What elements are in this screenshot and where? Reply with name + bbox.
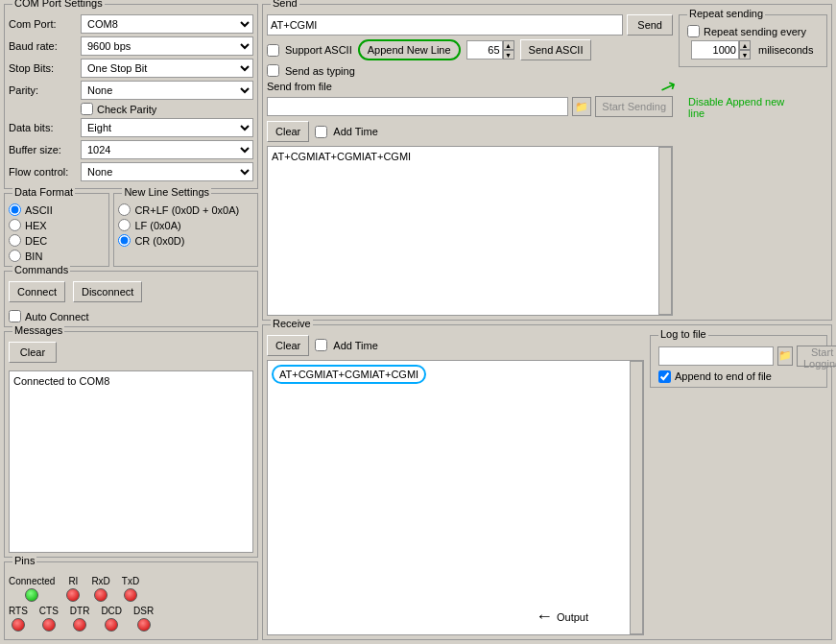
new-line-settings-group: New Line Settings CR+LF (0x0D + 0x0A) LF… bbox=[113, 193, 258, 267]
send-as-typing-checkbox[interactable] bbox=[267, 64, 279, 77]
send-button[interactable]: Send bbox=[627, 14, 673, 36]
send-add-time-label: Add Time bbox=[333, 126, 377, 137]
cr-radio[interactable] bbox=[118, 234, 131, 247]
com-port-label: Com Port: bbox=[9, 18, 81, 30]
check-parity-checkbox[interactable] bbox=[81, 103, 93, 115]
send-file-browse-icon[interactable]: 📁 bbox=[572, 97, 591, 116]
disconnect-button[interactable]: Disconnect bbox=[73, 281, 142, 302]
data-bits-select[interactable]: Eight bbox=[81, 118, 253, 137]
pin-cts-led bbox=[42, 618, 56, 632]
support-ascii-label: Support ASCII bbox=[285, 44, 352, 56]
log-file-input[interactable] bbox=[658, 346, 774, 366]
buffer-size-label: Buffer size: bbox=[9, 144, 81, 155]
pin-dtr-led bbox=[73, 618, 86, 632]
lf-radio[interactable] bbox=[118, 219, 131, 231]
buffer-size-select[interactable]: 1024 bbox=[81, 140, 253, 159]
send-from-file-label: Send from file bbox=[267, 81, 332, 92]
append-to-end-checkbox[interactable] bbox=[658, 370, 671, 383]
disable-annotation-container: Disable Append new line ↙ bbox=[688, 96, 784, 119]
append-to-end-label: Append to end of file bbox=[675, 370, 772, 382]
send-text-area-wrap: AT+CGMIAT+CGMIAT+CGMI bbox=[267, 146, 673, 316]
auto-connect-checkbox[interactable] bbox=[9, 310, 21, 322]
pin-cts-label: CTS bbox=[39, 606, 59, 616]
ascii-radio[interactable] bbox=[9, 203, 21, 216]
repeat-interval-up[interactable]: ▲ bbox=[739, 40, 751, 50]
log-file-browse-icon[interactable]: 📁 bbox=[777, 346, 793, 366]
pins-group: Pins Connected RI RxD bbox=[4, 561, 258, 640]
output-annotation: ← Output bbox=[536, 607, 588, 627]
start-sending-button[interactable]: Start Sending bbox=[595, 96, 673, 117]
repeat-interval-down[interactable]: ▼ bbox=[739, 50, 751, 60]
bin-label: BIN bbox=[25, 250, 42, 262]
pin-connected-led bbox=[25, 588, 38, 602]
auto-connect-label: Auto Connect bbox=[25, 311, 89, 322]
disable-annotation-text: Disable Append new line bbox=[688, 96, 784, 119]
commands-group: Commands Connect Disconnect Auto Connect bbox=[4, 271, 258, 327]
receive-area-wrap: AT+CGMIAT+CGMIAT+CGMI bbox=[267, 360, 644, 636]
receive-scrollbar[interactable] bbox=[630, 361, 643, 635]
append-value-down[interactable]: ▼ bbox=[503, 50, 514, 60]
pin-dsr: DSR bbox=[133, 606, 154, 632]
send-as-typing-label: Send as typing bbox=[285, 65, 355, 77]
pin-txd: TxD bbox=[122, 576, 139, 602]
dec-label: DEC bbox=[25, 235, 47, 247]
send-group: Send Send Support ASCII Append New Line bbox=[262, 4, 832, 321]
pin-ri-led bbox=[66, 588, 80, 602]
receive-text-area: AT+CGMIAT+CGMIAT+CGMI bbox=[268, 361, 630, 635]
pin-dcd-led bbox=[105, 618, 118, 632]
pin-rxd: RxD bbox=[91, 576, 109, 602]
stop-bits-select[interactable]: One Stop Bit bbox=[81, 59, 253, 78]
crlf-radio[interactable] bbox=[118, 203, 131, 216]
repeat-sending-title: Repeat sending bbox=[687, 8, 765, 19]
send-clear-button[interactable]: Clear bbox=[267, 121, 309, 142]
send-file-path-input[interactable] bbox=[267, 97, 568, 116]
dec-radio[interactable] bbox=[9, 234, 21, 247]
log-to-file-container: Log to file 📁 Start Logging Append to en… bbox=[650, 335, 827, 636]
parity-label: Parity: bbox=[9, 84, 81, 96]
receive-add-time-checkbox[interactable] bbox=[315, 339, 327, 351]
repeat-sending-label: Repeat sending every bbox=[704, 26, 806, 37]
start-logging-button[interactable]: Start Logging bbox=[797, 346, 836, 367]
pin-rxd-label: RxD bbox=[91, 576, 109, 586]
send-title: Send bbox=[271, 0, 299, 9]
com-port-select[interactable]: COM8 bbox=[81, 14, 253, 34]
connect-button[interactable]: Connect bbox=[9, 281, 65, 302]
append-value-up[interactable]: ▲ bbox=[503, 40, 514, 50]
pin-txd-label: TxD bbox=[122, 576, 139, 586]
append-value-input[interactable] bbox=[466, 40, 503, 60]
repeat-sending-group: Repeat sending Repeat sending every bbox=[679, 14, 827, 67]
flow-control-select[interactable]: None bbox=[81, 162, 253, 181]
send-text-input[interactable] bbox=[267, 14, 623, 36]
pin-rxd-led bbox=[94, 588, 107, 602]
com-port-settings-title: COM Port Settings bbox=[12, 0, 105, 9]
data-bits-label: Data bits: bbox=[9, 122, 81, 133]
repeat-interval-input[interactable] bbox=[691, 40, 739, 60]
pin-dcd-label: DCD bbox=[101, 606, 122, 616]
support-ascii-checkbox[interactable] bbox=[267, 44, 279, 57]
hex-radio[interactable] bbox=[9, 219, 21, 231]
stop-bits-label: Stop Bits: bbox=[9, 62, 81, 74]
pin-rts-label: RTS bbox=[9, 606, 28, 616]
receive-content-oval: AT+CGMIAT+CGMIAT+CGMI bbox=[272, 365, 426, 384]
pin-rts-led bbox=[12, 618, 25, 632]
cr-label: CR (0x0D) bbox=[134, 235, 184, 247]
send-add-time-checkbox[interactable] bbox=[315, 126, 327, 138]
repeat-sending-checkbox[interactable] bbox=[687, 25, 700, 37]
pins-title: Pins bbox=[12, 555, 36, 566]
append-new-line-button[interactable]: Append New Line bbox=[358, 39, 461, 60]
pin-ri: RI bbox=[66, 576, 80, 602]
baud-rate-select[interactable]: 9600 bps bbox=[81, 36, 253, 56]
receive-clear-button[interactable]: Clear bbox=[267, 335, 309, 356]
receive-title: Receive bbox=[271, 318, 313, 329]
messages-content: Connected to COM8 bbox=[9, 370, 253, 553]
bin-radio[interactable] bbox=[9, 250, 21, 262]
data-format-group: Data Format ASCII HEX DEC bbox=[4, 193, 109, 267]
parity-select[interactable]: None bbox=[81, 81, 253, 100]
commands-title: Commands bbox=[12, 264, 70, 275]
send-ascii-button[interactable]: Send ASCII bbox=[520, 39, 592, 60]
messages-clear-button[interactable]: Clear bbox=[9, 342, 57, 363]
pin-dsr-label: DSR bbox=[133, 606, 154, 616]
pin-dsr-led bbox=[137, 618, 151, 632]
send-scrollbar[interactable] bbox=[658, 147, 672, 315]
receive-add-time-label: Add Time bbox=[333, 340, 377, 351]
